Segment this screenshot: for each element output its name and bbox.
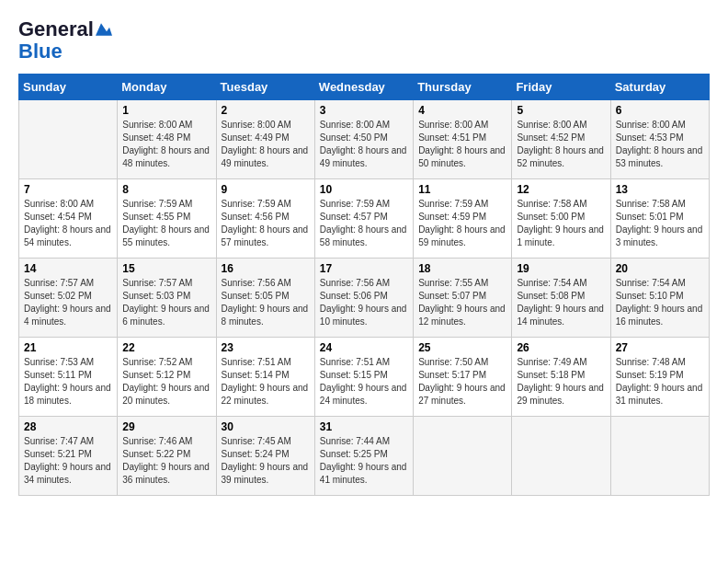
day-number: 19 <box>517 262 605 275</box>
day-info: Sunrise: 7:57 AMSunset: 5:02 PMDaylight:… <box>24 277 112 328</box>
calendar-cell: 19 Sunrise: 7:54 AMSunset: 5:08 PMDaylig… <box>512 259 610 338</box>
day-info: Sunrise: 7:54 AMSunset: 5:08 PMDaylight:… <box>517 277 605 328</box>
calendar-cell: 9 Sunrise: 7:59 AMSunset: 4:56 PMDayligh… <box>216 179 314 259</box>
calendar-cell: 10 Sunrise: 7:59 AMSunset: 4:57 PMDaylig… <box>314 179 413 259</box>
day-number: 8 <box>122 183 210 196</box>
day-info: Sunrise: 7:58 AMSunset: 5:00 PMDaylight:… <box>517 198 605 249</box>
calendar-cell: 21 Sunrise: 7:53 AMSunset: 5:11 PMDaylig… <box>19 338 118 417</box>
day-info: Sunrise: 7:59 AMSunset: 4:55 PMDaylight:… <box>122 198 210 249</box>
day-info: Sunrise: 7:51 AMSunset: 5:15 PMDaylight:… <box>320 356 408 408</box>
day-info: Sunrise: 7:53 AMSunset: 5:11 PMDaylight:… <box>24 356 112 408</box>
calendar-cell: 11 Sunrise: 7:59 AMSunset: 4:59 PMDaylig… <box>414 179 512 259</box>
day-info: Sunrise: 7:56 AMSunset: 5:05 PMDaylight:… <box>222 277 310 328</box>
calendar-cell: 15 Sunrise: 7:57 AMSunset: 5:03 PMDaylig… <box>118 259 216 338</box>
day-info: Sunrise: 7:52 AMSunset: 5:12 PMDaylight:… <box>122 356 210 408</box>
week-row-5: 28 Sunrise: 7:47 AMSunset: 5:21 PMDaylig… <box>19 417 710 496</box>
calendar-cell: 26 Sunrise: 7:49 AMSunset: 5:18 PMDaylig… <box>512 338 610 417</box>
day-info: Sunrise: 8:00 AMSunset: 4:51 PMDaylight:… <box>418 119 506 170</box>
day-number: 25 <box>418 341 506 354</box>
day-number: 13 <box>616 183 704 196</box>
weekday-header-monday: Monday <box>118 75 216 100</box>
logo-text-blue: Blue <box>18 40 63 63</box>
day-number: 22 <box>122 341 210 354</box>
calendar-cell: 18 Sunrise: 7:55 AMSunset: 5:07 PMDaylig… <box>414 259 512 338</box>
calendar-cell: 24 Sunrise: 7:51 AMSunset: 5:15 PMDaylig… <box>314 338 413 417</box>
calendar-cell: 5 Sunrise: 8:00 AMSunset: 4:52 PMDayligh… <box>512 100 610 179</box>
day-number: 30 <box>222 420 310 433</box>
weekday-header-wednesday: Wednesday <box>314 75 413 100</box>
day-info: Sunrise: 7:47 AMSunset: 5:21 PMDaylight:… <box>24 435 112 487</box>
calendar-cell <box>19 100 118 179</box>
day-number: 16 <box>222 262 310 275</box>
calendar-cell: 23 Sunrise: 7:51 AMSunset: 5:14 PMDaylig… <box>216 338 314 417</box>
calendar-cell <box>512 417 610 496</box>
calendar-cell: 2 Sunrise: 8:00 AMSunset: 4:49 PMDayligh… <box>216 100 314 179</box>
day-number: 14 <box>24 262 112 275</box>
day-info: Sunrise: 8:00 AMSunset: 4:52 PMDaylight:… <box>517 119 605 170</box>
calendar-cell: 6 Sunrise: 8:00 AMSunset: 4:53 PMDayligh… <box>610 100 709 179</box>
day-number: 28 <box>24 420 112 433</box>
calendar-cell <box>610 417 709 496</box>
calendar-cell: 22 Sunrise: 7:52 AMSunset: 5:12 PMDaylig… <box>118 338 216 417</box>
svg-marker-0 <box>96 23 112 36</box>
calendar-cell: 17 Sunrise: 7:56 AMSunset: 5:06 PMDaylig… <box>314 259 413 338</box>
day-info: Sunrise: 7:56 AMSunset: 5:06 PMDaylight:… <box>320 277 408 328</box>
day-number: 4 <box>418 104 506 117</box>
day-info: Sunrise: 7:59 AMSunset: 4:57 PMDaylight:… <box>320 198 408 249</box>
calendar-cell: 30 Sunrise: 7:45 AMSunset: 5:24 PMDaylig… <box>216 417 314 496</box>
calendar-cell: 4 Sunrise: 8:00 AMSunset: 4:51 PMDayligh… <box>414 100 512 179</box>
calendar-cell: 13 Sunrise: 7:58 AMSunset: 5:01 PMDaylig… <box>610 179 709 259</box>
day-info: Sunrise: 7:45 AMSunset: 5:24 PMDaylight:… <box>222 435 310 487</box>
weekday-header-saturday: Saturday <box>610 75 709 100</box>
calendar-cell: 31 Sunrise: 7:44 AMSunset: 5:25 PMDaylig… <box>314 417 413 496</box>
day-info: Sunrise: 8:00 AMSunset: 4:50 PMDaylight:… <box>320 119 408 170</box>
day-info: Sunrise: 8:00 AMSunset: 4:53 PMDaylight:… <box>616 119 704 170</box>
day-number: 11 <box>418 183 506 196</box>
day-number: 6 <box>616 104 704 117</box>
calendar-header-row: SundayMondayTuesdayWednesdayThursdayFrid… <box>19 75 710 100</box>
page-header: General Blue <box>18 18 710 63</box>
weekday-header-tuesday: Tuesday <box>216 75 314 100</box>
day-info: Sunrise: 7:54 AMSunset: 5:10 PMDaylight:… <box>616 277 704 328</box>
day-info: Sunrise: 7:51 AMSunset: 5:14 PMDaylight:… <box>222 356 310 408</box>
calendar-cell: 28 Sunrise: 7:47 AMSunset: 5:21 PMDaylig… <box>19 417 118 496</box>
calendar-cell: 8 Sunrise: 7:59 AMSunset: 4:55 PMDayligh… <box>118 179 216 259</box>
week-row-2: 7 Sunrise: 8:00 AMSunset: 4:54 PMDayligh… <box>19 179 710 259</box>
day-number: 7 <box>24 183 112 196</box>
day-info: Sunrise: 7:59 AMSunset: 4:56 PMDaylight:… <box>222 198 310 249</box>
week-row-3: 14 Sunrise: 7:57 AMSunset: 5:02 PMDaylig… <box>19 259 710 338</box>
day-number: 31 <box>320 420 408 433</box>
day-number: 21 <box>24 341 112 354</box>
weekday-header-friday: Friday <box>512 75 610 100</box>
logo-text-general: General <box>18 18 94 40</box>
day-number: 15 <box>122 262 210 275</box>
day-info: Sunrise: 8:00 AMSunset: 4:48 PMDaylight:… <box>122 119 210 170</box>
week-row-1: 1 Sunrise: 8:00 AMSunset: 4:48 PMDayligh… <box>19 100 710 179</box>
day-number: 24 <box>320 341 408 354</box>
day-number: 5 <box>517 104 605 117</box>
calendar-table: SundayMondayTuesdayWednesdayThursdayFrid… <box>18 74 710 496</box>
day-number: 3 <box>320 104 408 117</box>
day-info: Sunrise: 7:44 AMSunset: 5:25 PMDaylight:… <box>320 435 408 487</box>
day-info: Sunrise: 7:59 AMSunset: 4:59 PMDaylight:… <box>418 198 506 249</box>
weekday-header-sunday: Sunday <box>19 75 118 100</box>
week-row-4: 21 Sunrise: 7:53 AMSunset: 5:11 PMDaylig… <box>19 338 710 417</box>
calendar-cell: 27 Sunrise: 7:48 AMSunset: 5:19 PMDaylig… <box>610 338 709 417</box>
page-container: General Blue SundayMondayTuesdayWednesda… <box>0 0 728 505</box>
calendar-cell: 25 Sunrise: 7:50 AMSunset: 5:17 PMDaylig… <box>414 338 512 417</box>
day-number: 1 <box>122 104 210 117</box>
calendar-cell: 3 Sunrise: 8:00 AMSunset: 4:50 PMDayligh… <box>314 100 413 179</box>
calendar-cell: 16 Sunrise: 7:56 AMSunset: 5:05 PMDaylig… <box>216 259 314 338</box>
day-number: 12 <box>517 183 605 196</box>
calendar-cell: 7 Sunrise: 8:00 AMSunset: 4:54 PMDayligh… <box>19 179 118 259</box>
day-info: Sunrise: 8:00 AMSunset: 4:54 PMDaylight:… <box>24 198 112 249</box>
day-info: Sunrise: 7:49 AMSunset: 5:18 PMDaylight:… <box>517 356 605 408</box>
day-info: Sunrise: 7:48 AMSunset: 5:19 PMDaylight:… <box>616 356 704 408</box>
calendar-cell: 1 Sunrise: 8:00 AMSunset: 4:48 PMDayligh… <box>118 100 216 179</box>
calendar-cell: 14 Sunrise: 7:57 AMSunset: 5:02 PMDaylig… <box>19 259 118 338</box>
day-info: Sunrise: 7:50 AMSunset: 5:17 PMDaylight:… <box>418 356 506 408</box>
day-number: 10 <box>320 183 408 196</box>
calendar-cell: 12 Sunrise: 7:58 AMSunset: 5:00 PMDaylig… <box>512 179 610 259</box>
calendar-cell <box>414 417 512 496</box>
day-number: 27 <box>616 341 704 354</box>
